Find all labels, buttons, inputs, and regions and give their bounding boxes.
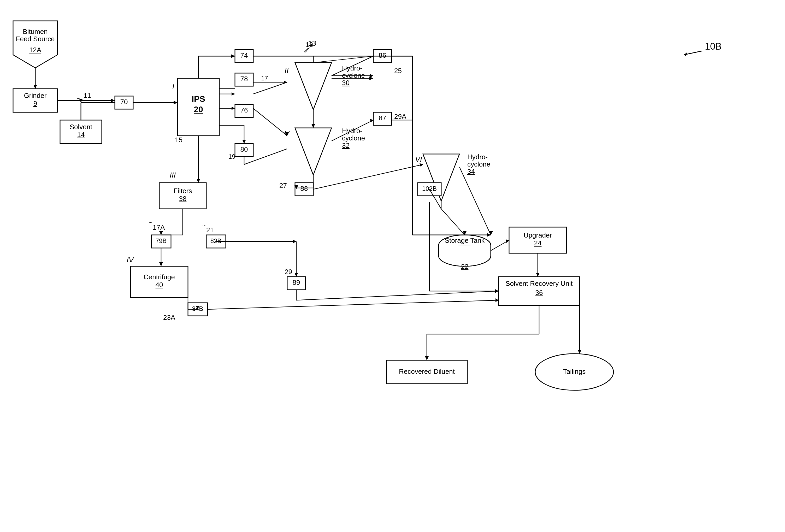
diagram-container: Bitumen Feed Source 12A Grinder 9 Solven…: [0, 0, 785, 532]
svg-text:9: 9: [33, 99, 37, 107]
svg-text:VI: VI: [415, 155, 422, 163]
upgrader-node: Upgrader 24: [509, 227, 566, 253]
svg-text:32: 32: [342, 142, 350, 149]
svg-text:Solvent: Solvent: [70, 123, 93, 131]
ips-node: IPS 20: [178, 78, 219, 136]
valve-76: 76: [235, 104, 253, 118]
svg-text:87: 87: [379, 114, 386, 122]
svg-text:78: 78: [240, 75, 248, 83]
solvent-node: Solvent 14: [60, 120, 102, 144]
svg-text:24: 24: [534, 239, 542, 247]
svg-text:38: 38: [179, 195, 187, 203]
valve-80: 80: [235, 144, 253, 157]
svg-text:~: ~: [77, 95, 80, 102]
svg-text:Bitumen: Bitumen: [23, 28, 48, 35]
svg-text:cyclone: cyclone: [342, 134, 365, 142]
svg-text:~: ~: [149, 219, 152, 226]
svg-text:Grinder: Grinder: [24, 92, 47, 99]
svg-text:79B: 79B: [156, 237, 167, 244]
svg-text:Solvent Recovery Unit: Solvent Recovery Unit: [505, 280, 573, 287]
svg-text:11: 11: [83, 92, 91, 99]
svg-text:I: I: [172, 82, 174, 90]
svg-rect-60: [438, 245, 491, 256]
valve-87: 87: [373, 112, 391, 125]
svg-text:IV: IV: [127, 256, 134, 264]
svg-text:Hydro-: Hydro-: [467, 153, 488, 161]
svg-text:20: 20: [194, 105, 203, 114]
recovered-diluent-node: Recovered Diluent: [386, 360, 467, 384]
valve-79b: 79B: [151, 235, 171, 248]
svg-text:29A: 29A: [394, 112, 406, 120]
svg-text:76: 76: [240, 106, 248, 114]
svg-text:17: 17: [261, 75, 268, 82]
svg-text:82B: 82B: [210, 237, 222, 244]
grinder-node: Grinder 9: [13, 89, 57, 112]
svg-text:29: 29: [284, 268, 292, 276]
svg-text:36: 36: [535, 289, 543, 297]
svg-text:89: 89: [293, 279, 300, 286]
svg-text:Feed Source: Feed Source: [16, 35, 55, 43]
svg-text:Filters: Filters: [174, 187, 192, 195]
svg-text:III: III: [170, 171, 176, 179]
svg-text:80: 80: [240, 145, 248, 153]
svg-text:40: 40: [156, 281, 163, 289]
tailings-node: Tailings: [535, 354, 613, 390]
svg-text:Upgrader: Upgrader: [524, 231, 552, 239]
svg-text:70: 70: [120, 98, 128, 106]
svg-text:74: 74: [240, 51, 248, 59]
svg-text:22: 22: [461, 262, 469, 271]
filters-node: Filters 38: [159, 183, 206, 209]
svg-text:86: 86: [379, 51, 386, 59]
svg-text:Tailings: Tailings: [563, 368, 586, 375]
svg-text:21: 21: [206, 226, 214, 234]
svg-text:~: ~: [202, 222, 206, 228]
svg-text:IPS: IPS: [192, 94, 205, 104]
svg-text:13: 13: [308, 39, 316, 47]
svg-text:Recovered Diluent: Recovered Diluent: [399, 368, 455, 375]
svg-text:II: II: [284, 67, 289, 75]
svg-text:19: 19: [228, 153, 235, 160]
svg-text:17A: 17A: [153, 224, 165, 231]
valve-74: 74: [235, 50, 253, 62]
svg-text:V: V: [284, 129, 290, 137]
svg-text:10B: 10B: [705, 41, 721, 52]
svg-text:cyclone: cyclone: [467, 160, 490, 168]
svg-text:Hydro-: Hydro-: [342, 64, 362, 72]
svg-rect-0: [0, 0, 785, 532]
svg-text:34: 34: [467, 168, 475, 175]
svg-text:27: 27: [279, 182, 287, 189]
valve-70: 70: [115, 96, 133, 109]
valve-89: 89: [287, 277, 305, 290]
svg-text:30: 30: [342, 79, 350, 87]
centrifuge-node: Centrifuge 40: [130, 266, 188, 298]
svg-text:102B: 102B: [422, 185, 437, 192]
svg-text:12A: 12A: [29, 46, 42, 54]
svg-text:23A: 23A: [163, 313, 175, 321]
svg-text:25: 25: [394, 67, 402, 75]
svg-text:Storage Tank: Storage Tank: [445, 236, 485, 244]
svg-text:14: 14: [77, 131, 85, 138]
valve-78: 78: [235, 73, 253, 86]
svg-text:Centrifuge: Centrifuge: [144, 273, 175, 281]
svg-text:15: 15: [175, 136, 182, 144]
solvent-recovery-node: Solvent Recovery Unit 36: [499, 277, 580, 305]
